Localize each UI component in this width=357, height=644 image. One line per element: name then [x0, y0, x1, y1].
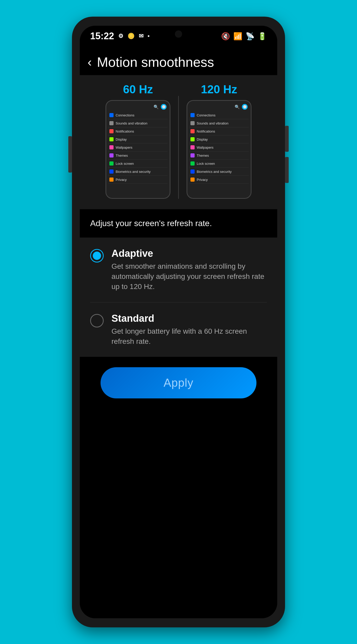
wifi-icon: 📶 — [233, 32, 242, 41]
privacy-text-120: Privacy — [197, 178, 208, 182]
back-button[interactable]: ‹ — [88, 56, 92, 68]
display-icon-60 — [109, 137, 114, 141]
apply-section: Apply — [80, 357, 277, 409]
connections-icon-60 — [109, 113, 114, 117]
privacy-icon-120 — [190, 178, 195, 182]
sounds-icon-120 — [190, 121, 195, 125]
biometrics-icon-120 — [190, 169, 195, 174]
wallet-icon: 🪙 — [128, 33, 135, 40]
search-icon-60: 🔍 — [154, 104, 159, 109]
option-adaptive-text: Adaptive Get smoother animations and scr… — [111, 248, 267, 292]
display-text-60: Display — [116, 137, 127, 141]
option-standard-desc: Get longer battery life with a 60 Hz scr… — [111, 326, 267, 346]
screen-content: ‹ Motion smoothness 60 Hz 🔍 ⚪ — [80, 47, 277, 618]
description-text: Adjust your screen's refresh rate. — [90, 219, 267, 228]
power-button[interactable] — [68, 136, 72, 173]
list-item: Privacy — [189, 176, 249, 184]
preview-60hz-phone: 🔍 ⚪ Connections Sounds and v — [105, 100, 170, 199]
preview-120hz-phone: 🔍 ⚪ Connections Sounds and v — [187, 100, 252, 199]
description-section: Adjust your screen's refresh rate. — [80, 209, 277, 238]
preview-section: 60 Hz 🔍 ⚪ Connections — [80, 75, 277, 209]
volume-down-button[interactable] — [285, 157, 289, 183]
avatar-120: ⚪ — [242, 104, 248, 110]
option-standard-title: Standard — [111, 313, 267, 324]
gear-icon: ⚙ — [118, 33, 123, 40]
wallpapers-text-60: Wallpapers — [116, 146, 133, 149]
display-icon-120 — [190, 137, 195, 141]
privacy-icon-60 — [109, 178, 114, 182]
option-standard-text: Standard Get longer battery life with a … — [111, 313, 267, 346]
list-item: Wallpapers — [189, 143, 249, 152]
themes-text-120: Themes — [197, 154, 209, 157]
wallpapers-text-120: Wallpapers — [197, 146, 214, 149]
list-item: Connections — [108, 111, 168, 119]
time-display: 15:22 — [90, 31, 114, 42]
hz-120-label: 120 Hz — [201, 83, 237, 96]
volume-up-button[interactable] — [285, 126, 289, 152]
option-standard[interactable]: Standard Get longer battery life with a … — [90, 303, 267, 357]
list-item: Privacy — [108, 176, 168, 184]
biometrics-text-60: Biometrics and security — [116, 170, 150, 174]
preview-phone-header-60: 🔍 ⚪ — [108, 104, 168, 111]
mail-icon: ✉ — [139, 33, 143, 40]
notifications-text-120: Notifications — [197, 129, 215, 133]
wallpapers-icon-60 — [109, 145, 114, 149]
radio-standard[interactable] — [90, 314, 104, 327]
options-section: Adaptive Get smoother animations and scr… — [80, 238, 277, 357]
option-adaptive[interactable]: Adaptive Get smoother animations and scr… — [90, 238, 267, 303]
bottom-area — [80, 409, 277, 461]
biometrics-text-120: Biometrics and security — [197, 170, 232, 174]
list-item: Display — [189, 135, 249, 143]
search-icon-120: 🔍 — [235, 104, 240, 109]
apply-button[interactable]: Apply — [101, 367, 256, 398]
hz-60-label: 60 Hz — [123, 83, 153, 96]
preview-divider — [178, 96, 179, 199]
list-item: Notifications — [108, 127, 168, 135]
camera-notch — [175, 30, 182, 38]
themes-icon-120 — [190, 153, 195, 157]
list-item: Sounds and vibration — [189, 119, 249, 127]
list-item: Connections — [189, 111, 249, 119]
themes-text-60: Themes — [116, 154, 128, 157]
battery-icon: 🔋 — [258, 32, 267, 41]
preview-phone-header-120: 🔍 ⚪ — [189, 104, 249, 111]
radio-adaptive[interactable] — [90, 249, 104, 262]
lockscreen-text-120: Lock screen — [197, 162, 215, 166]
themes-icon-60 — [109, 153, 114, 157]
list-item: Display — [108, 135, 168, 143]
mute-icon: 🔇 — [221, 32, 230, 41]
biometrics-icon-60 — [109, 169, 114, 174]
sounds-text-60: Sounds and vibration — [116, 121, 147, 125]
settings-list-60: Connections Sounds and vibration Notific… — [108, 111, 168, 184]
notifications-text-60: Notifications — [116, 129, 134, 133]
radio-adaptive-inner — [93, 252, 101, 260]
lockscreen-text-60: Lock screen — [116, 162, 134, 166]
list-item: Notifications — [189, 127, 249, 135]
notifications-icon-120 — [190, 129, 195, 133]
lockscreen-icon-120 — [190, 161, 195, 166]
status-right-icons: 🔇 📶 📡 🔋 — [221, 32, 267, 41]
option-adaptive-title: Adaptive — [111, 248, 267, 259]
display-text-120: Display — [197, 137, 208, 141]
signal-icon: 📡 — [246, 32, 255, 41]
list-item: Sounds and vibration — [108, 119, 168, 127]
avatar-60: ⚪ — [161, 104, 167, 110]
list-item: Biometrics and security — [108, 168, 168, 176]
sounds-icon-60 — [109, 121, 114, 125]
option-adaptive-desc: Get smoother animations and scrolling by… — [111, 261, 267, 292]
list-item: Themes — [189, 152, 249, 160]
settings-list-120: Connections Sounds and vibration Notific… — [189, 111, 249, 184]
dot-icon: • — [148, 33, 150, 40]
notifications-icon-60 — [109, 129, 114, 133]
connections-icon-120 — [190, 113, 195, 117]
sounds-text-120: Sounds and vibration — [197, 121, 228, 125]
preview-60hz-container: 60 Hz 🔍 ⚪ Connections — [105, 83, 170, 199]
phone-device: 15:22 ⚙ 🪙 ✉ • 🔇 📶 📡 🔋 ‹ Motion smoothnes… — [72, 17, 285, 627]
page-header: ‹ Motion smoothness — [80, 47, 277, 75]
connections-text-60: Connections — [116, 113, 134, 117]
lockscreen-icon-60 — [109, 161, 114, 166]
preview-120hz-container: 120 Hz 🔍 ⚪ Connections — [187, 83, 252, 199]
list-item: Themes — [108, 152, 168, 160]
list-item: Lock screen — [108, 160, 168, 168]
status-time: 15:22 ⚙ 🪙 ✉ • — [90, 31, 150, 42]
